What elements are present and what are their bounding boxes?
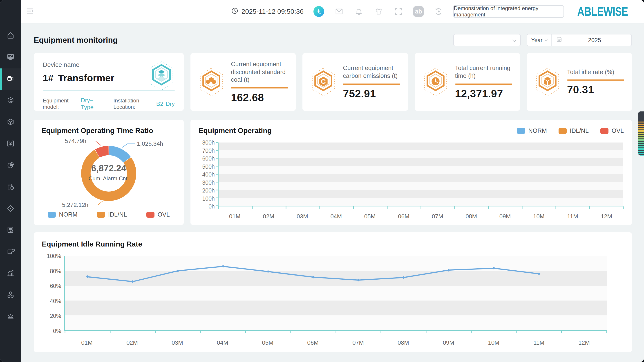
date-picker-group[interactable]: Year 2025 xyxy=(526,34,632,46)
theme-shirt-icon[interactable] xyxy=(374,7,384,17)
fullscreen-icon[interactable] xyxy=(394,7,404,17)
sidebar-item-dashboard[interactable] xyxy=(0,47,21,68)
stat-card-standard-coal: Current equipment discounted standard co… xyxy=(190,53,296,111)
x-axis-label: 12M xyxy=(601,213,612,220)
x-axis-label: 03M xyxy=(296,213,308,220)
language-ab-icon[interactable]: ab xyxy=(413,6,424,17)
sidebar-item-maintenance[interactable] xyxy=(0,241,21,263)
stat-card-running-time: Total current running time (h) 12,371.97 xyxy=(415,53,520,111)
x-axis-label: 06M xyxy=(307,339,319,346)
x-axis-label: 08M xyxy=(466,213,477,220)
x-axis-label: 11M xyxy=(533,339,544,346)
x-axis-label: 03M xyxy=(172,339,183,346)
sidebar-item-alarm[interactable] xyxy=(0,306,21,328)
y-axis-label: 500h xyxy=(198,163,215,170)
content: Equipment monitoring Year 2025 xyxy=(21,24,644,362)
stat-value: 12,371.97 xyxy=(455,87,512,100)
stat-value: 752.91 xyxy=(343,87,400,100)
y-axis-label: 20% xyxy=(42,313,61,319)
stat-underline xyxy=(567,79,624,81)
project-select-value: Demonstration of integrated energy manag… xyxy=(454,5,564,18)
document-search-icon xyxy=(6,226,15,236)
line-chart-title: Equipment Idle Running Rate xyxy=(42,240,624,248)
legend-item[interactable]: NORM xyxy=(517,127,547,134)
sidebar-item-cost[interactable] xyxy=(0,133,21,155)
sidebar-item-model[interactable] xyxy=(0,112,21,133)
clock-icon xyxy=(231,7,238,16)
legend-item[interactable]: NORM xyxy=(48,211,78,218)
x-axis-label: 04M xyxy=(217,339,228,346)
y-axis-label: 60% xyxy=(42,283,61,289)
year-mode-label: Year xyxy=(531,37,542,44)
x-axis-label: 02M xyxy=(263,213,274,220)
year-mode-select[interactable]: Year xyxy=(527,35,552,46)
hexagons-icon xyxy=(6,290,15,300)
stat-underline xyxy=(455,84,512,85)
legend-item[interactable]: IDL/NL xyxy=(97,211,127,218)
svg-text:574.79h: 574.79h xyxy=(65,137,86,144)
mail-icon[interactable] xyxy=(334,7,344,17)
sidebar-item-trend[interactable] xyxy=(0,263,21,285)
x-axis-label: 06M xyxy=(398,213,410,220)
sidebar-item-equipment-monitoring[interactable] xyxy=(0,68,21,90)
donut-chart[interactable]: 1,025.34h5,272.12h574.79h6,872.24Cum. Al… xyxy=(41,135,176,211)
stat-label: Current equipment discounted standard co… xyxy=(231,60,288,84)
legend-chip xyxy=(558,128,567,134)
monitor-chart-icon xyxy=(6,53,15,63)
x-axis-label: 12M xyxy=(578,339,590,346)
sync-play-icon[interactable] xyxy=(434,7,444,17)
x-axis-label: 01M xyxy=(81,339,93,346)
hamburger-arrow-icon xyxy=(26,6,35,17)
sidebar-item-analysis[interactable] xyxy=(0,155,21,176)
stat-label: Total idle rate (%) xyxy=(567,68,624,76)
legend-chip xyxy=(97,212,105,218)
notification-bell-icon[interactable] xyxy=(354,7,364,17)
sidebar-item-search[interactable] xyxy=(0,90,21,112)
coal-hexagon-icon xyxy=(198,67,225,97)
device-name: Transformer xyxy=(58,73,114,84)
transformer-hexagon-icon xyxy=(148,61,175,91)
yen-bracket-icon xyxy=(6,139,15,149)
sidebar-collapse-button[interactable] xyxy=(24,5,37,18)
stat-value: 162.68 xyxy=(231,91,288,104)
legend-chip xyxy=(600,128,608,134)
scrollbar-widget[interactable] xyxy=(638,111,644,155)
stat-label: Current equipment carbon emissions (t) xyxy=(343,64,400,80)
y-axis-label: 80% xyxy=(42,268,61,274)
sidebar-item-schedule[interactable] xyxy=(0,176,21,198)
sidebar-item-target[interactable] xyxy=(0,198,21,220)
sidebar-item-modules[interactable] xyxy=(0,285,21,306)
stat-label: Total current running time (h) xyxy=(455,64,512,80)
project-select[interactable]: Demonstration of integrated energy manag… xyxy=(453,5,564,18)
legend-item[interactable]: IDL/NL xyxy=(558,127,589,134)
home-icon xyxy=(6,31,15,41)
bar-chart[interactable]: 800h700h600h500h400h300h200h100h0h01M02M… xyxy=(198,139,624,221)
year-value: 2025 xyxy=(562,37,627,44)
year-value-picker[interactable]: 2025 xyxy=(552,36,632,44)
x-axis-label: 09M xyxy=(500,213,511,220)
legend-label: NORM xyxy=(59,211,78,218)
sidebar-item-report[interactable] xyxy=(0,220,21,241)
sidebar-item-home[interactable] xyxy=(0,25,21,47)
sidebar xyxy=(0,0,21,362)
legend-item[interactable]: OVL xyxy=(146,211,170,218)
alarm-light-icon xyxy=(6,312,15,322)
x-axis-label: 01M xyxy=(229,213,240,220)
donut-legend: NORM IDL/NL OVL xyxy=(41,211,176,220)
legend-chip xyxy=(517,128,525,134)
cube-hexagon-icon xyxy=(534,67,561,97)
hexagon-search-icon xyxy=(6,96,15,106)
ai-assistant-icon[interactable] xyxy=(314,6,324,17)
device-select[interactable] xyxy=(453,34,521,46)
brand-logo: ABLEWISE xyxy=(577,4,628,19)
y-axis-label: 100% xyxy=(42,253,61,259)
svg-text:5,272.12h: 5,272.12h xyxy=(62,202,88,208)
line-chart[interactable]: 100%80%60%40%20%0%01M02M03M04M05M06M07M0… xyxy=(42,252,624,348)
x-axis-label: 09M xyxy=(443,339,454,346)
svg-text:C: C xyxy=(321,78,326,85)
calendar-icon xyxy=(556,36,562,44)
legend-item[interactable]: OVL xyxy=(600,127,624,134)
diamond-target-icon xyxy=(6,204,15,214)
installation-location-value: B2 xyxy=(156,100,164,107)
chevron-down-icon xyxy=(512,38,516,42)
